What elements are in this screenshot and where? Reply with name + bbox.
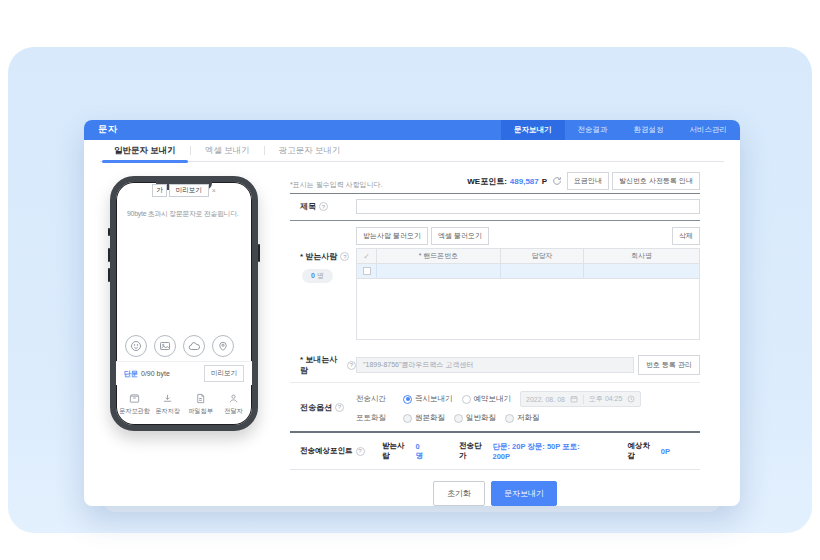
cloud-icon[interactable] [183, 335, 205, 357]
radio-icon [505, 414, 514, 423]
message-box-button[interactable]: 문자보관함 [118, 387, 151, 421]
estimate-unit-price: 전송단가 단문: 20P 장문: 50P 포토: 200P [459, 441, 598, 461]
load-recipients-button[interactable]: 받는사람 불러오기 [356, 227, 428, 245]
tab-general-sms[interactable]: 일반문자 보내기 [100, 145, 190, 166]
byte-limit-hint: 90byte 초과시 장문문자로 전송됩니다. [127, 209, 244, 219]
rate-guide-button[interactable]: 요금안내 [567, 172, 609, 190]
estimate-recipient: 받는사람 0 명 [382, 441, 429, 461]
help-icon[interactable]: ? [347, 361, 356, 370]
preview-button[interactable]: 미리보기 [204, 365, 244, 382]
points-unit: P [542, 177, 547, 186]
sender-label: * 보내는사람 ? [290, 354, 356, 376]
recipient-table-area: 받는사람 불러오기 엑셀 불러오기 삭제 ✓ * 핸드폰번호 담당자 회사명 [356, 227, 700, 340]
quality-original-radio[interactable]: 원본화질 [403, 413, 445, 423]
load-excel-button[interactable]: 엑셀 불러오기 [431, 227, 489, 245]
phone-side-button [108, 228, 110, 236]
phone-side-button [108, 248, 110, 262]
send-sms-button[interactable]: 문자보내기 [491, 481, 557, 506]
nav-item-settings[interactable]: 환경설정 [621, 120, 677, 140]
recipient-toolbar: 받는사람 불러오기 엑셀 불러오기 삭제 [356, 227, 700, 245]
points-label: WE포인트: [467, 176, 507, 187]
phone-cell[interactable] [377, 264, 501, 278]
compose-form: *표시는 필수입력 사항입니다. WE포인트: 489,587 P 요금안내 발… [290, 176, 700, 506]
radio-icon [403, 395, 412, 404]
help-icon[interactable]: ? [335, 403, 344, 412]
tab-excel-send[interactable]: 엑셀 보내기 [191, 145, 264, 166]
preview-controls: 가 미리보기 × [116, 184, 252, 197]
page-title: 문자 [98, 123, 118, 136]
recipient-label-column: * 받는사람 ? 0 명 [290, 227, 356, 340]
recipient-section: * 받는사람 ? 0 명 받는사람 불러오기 엑셀 불러오기 삭제 [290, 221, 700, 348]
reserve-datetime-field[interactable]: 2022. 08. 08 오후 04:25 [520, 391, 641, 407]
action-buttons-row: 초기화 문자보내기 [290, 470, 700, 506]
byte-counter-bar: 단문 0/90 byte 미리보기 [116, 361, 252, 385]
send-options-label: 전송옵션 ? [290, 402, 356, 413]
image-icon[interactable] [154, 335, 176, 357]
radio-icon [403, 414, 412, 423]
calendar-icon [570, 395, 578, 403]
sender-number-manage-button[interactable]: 번호 등록 관리 [638, 355, 700, 375]
field-divider [583, 395, 584, 404]
sender-register-guide-button[interactable]: 발신번호 사전등록 안내 [612, 172, 700, 190]
file-icon [195, 393, 206, 404]
column-header-phone: * 핸드폰번호 [377, 249, 501, 263]
clock-icon [627, 395, 635, 403]
byte-counter: 0/90 byte [141, 370, 170, 377]
send-options-fields: 전송시간 즉시보내기 예약보내기 2022. 08. 08 [356, 391, 700, 423]
quality-low-radio[interactable]: 저화질 [505, 413, 540, 423]
estimate-row: 전송예상포인트 ? 받는사람 0 명 전송단가 단문: 20P 장문: 50P … [290, 433, 700, 470]
nav-item-service-admin[interactable]: 서비스관리 [677, 120, 741, 140]
table-header-row: ✓ * 핸드폰번호 담당자 회사명 [357, 249, 699, 264]
sender-number-field[interactable]: "1899-8756"클라우드팩스 고객센터 [356, 357, 634, 373]
tab-ad-sms[interactable]: 광고문자 보내기 [265, 145, 355, 166]
send-options-section: 전송옵션 ? 전송시간 즉시보내기 예약보내기 [290, 383, 700, 433]
toolbar-spacer [492, 227, 669, 245]
photo-quality-row: 포토화질 원본화질 일반화질 저화질 [356, 413, 700, 423]
send-now-radio[interactable]: 즉시보내기 [403, 394, 453, 404]
person-icon [228, 393, 239, 404]
send-time-label: 전송시간 [356, 394, 394, 404]
window-header: 문자 문자보내기 전송결과 환경설정 서비스관리 [84, 120, 740, 140]
form-info-row: *표시는 필수입력 사항입니다. WE포인트: 489,587 P 요금안내 발… [290, 176, 700, 194]
row-checkbox-cell [357, 264, 377, 278]
message-type-badge: 단문 [124, 369, 138, 379]
reset-button[interactable]: 초기화 [433, 481, 485, 506]
help-icon[interactable]: ? [356, 447, 365, 456]
reserve-time-value: 오후 04:25 [589, 394, 622, 404]
radio-icon [454, 414, 463, 423]
estimate-label: 전송예상포인트 ? [290, 446, 382, 456]
sms-app-window: 문자 문자보내기 전송결과 환경설정 서비스관리 일반문자 보내기 엑셀 보내기… [84, 120, 740, 506]
help-icon[interactable]: ? [340, 252, 349, 261]
nav-item-send-results[interactable]: 전송결과 [565, 120, 621, 140]
phone-side-button [258, 244, 260, 262]
font-size-toggle-button[interactable]: 가 [152, 184, 167, 197]
location-icon[interactable] [212, 335, 234, 357]
tab-bar: 일반문자 보내기 엑셀 보내기 광고문자 보내기 [84, 140, 740, 166]
preview-toggle-button[interactable]: 미리보기 [169, 184, 209, 197]
table-row[interactable] [357, 264, 699, 279]
row-checkbox[interactable] [363, 267, 371, 275]
archive-icon [129, 393, 140, 404]
download-icon [162, 393, 173, 404]
emoji-icon[interactable] [125, 335, 147, 357]
refresh-icon[interactable] [552, 176, 562, 186]
close-icon[interactable]: × [212, 187, 216, 194]
phone-side-button [108, 268, 110, 282]
attach-file-button[interactable]: 파일첨부 [184, 387, 217, 421]
content-area: 가 미리보기 × 90byte 초과시 장문문자로 전송됩니다. [84, 166, 740, 506]
send-reserve-radio[interactable]: 예약보내기 [462, 394, 512, 404]
save-message-button[interactable]: 문자저장 [151, 387, 184, 421]
estimate-deduction: 예상차감 0P [628, 441, 670, 461]
select-all-check-icon[interactable]: ✓ [357, 249, 377, 263]
forward-contact-button[interactable]: 전달자 [217, 387, 250, 421]
column-header-manager: 담당자 [501, 249, 584, 263]
page: 문자 문자보내기 전송결과 환경설정 서비스관리 일반문자 보내기 엑셀 보내기… [0, 0, 820, 560]
help-icon[interactable]: ? [319, 202, 328, 211]
quality-normal-radio[interactable]: 일반화질 [454, 413, 496, 423]
nav-item-send-sms[interactable]: 문자보내기 [501, 120, 565, 140]
manager-cell[interactable] [501, 264, 584, 278]
recipient-count-badge: 0 명 [302, 269, 333, 283]
subject-row: 제목 ? [290, 194, 700, 221]
subject-input[interactable] [356, 199, 700, 214]
delete-button[interactable]: 삭제 [672, 227, 700, 245]
